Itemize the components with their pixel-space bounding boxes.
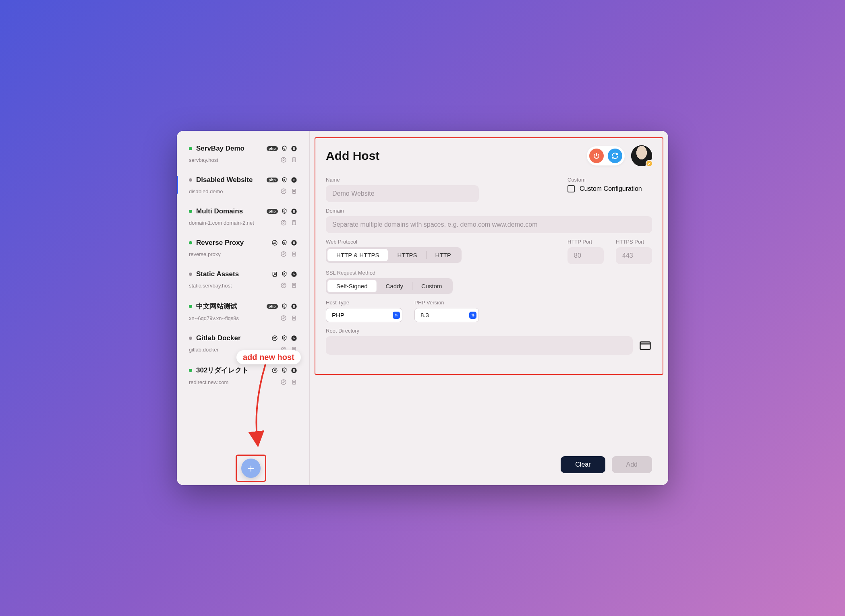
svg-point-11 bbox=[291, 209, 296, 214]
note-icon[interactable] bbox=[291, 282, 297, 289]
sidebar-item[interactable]: Disabled Website php disabled.demo bbox=[177, 174, 309, 205]
site-name: Reverse Proxy bbox=[196, 239, 267, 247]
compass-icon[interactable] bbox=[280, 282, 287, 289]
site-domain: servbay.host bbox=[189, 157, 280, 163]
compass-icon[interactable] bbox=[280, 188, 287, 194]
shield-icon bbox=[281, 177, 288, 183]
pause-icon[interactable] bbox=[291, 303, 297, 310]
status-dot-icon bbox=[189, 210, 192, 213]
site-domain: disabled.demo bbox=[189, 188, 280, 194]
add-host-fab[interactable]: ＋ bbox=[241, 459, 261, 478]
user-avatar[interactable]: ✔ bbox=[631, 145, 652, 166]
compass-icon[interactable] bbox=[280, 157, 287, 163]
clear-button[interactable]: Clear bbox=[561, 456, 605, 473]
compass-icon[interactable] bbox=[280, 346, 287, 353]
svg-rect-10 bbox=[284, 211, 285, 212]
svg-point-1 bbox=[291, 146, 296, 151]
pause-icon[interactable] bbox=[291, 240, 297, 246]
svg-rect-28 bbox=[284, 306, 285, 307]
ssl-option[interactable]: Self-Signed bbox=[327, 280, 377, 292]
page-title: Add Host bbox=[326, 149, 587, 163]
status-dot-icon bbox=[189, 241, 192, 244]
header-action-pill bbox=[587, 146, 625, 165]
note-icon[interactable] bbox=[291, 251, 297, 257]
sidebar-item[interactable]: 302リダイレクト redirect.new.com bbox=[177, 363, 309, 396]
svg-point-29 bbox=[291, 304, 296, 309]
shield-icon bbox=[281, 367, 288, 374]
custom-config-checkbox[interactable] bbox=[567, 185, 575, 192]
host-type-select[interactable]: PHP bbox=[326, 308, 402, 322]
label-name: Name bbox=[326, 177, 551, 183]
shield-icon bbox=[281, 240, 288, 246]
footer: Clear Add bbox=[326, 448, 652, 473]
pause-icon[interactable] bbox=[291, 145, 297, 152]
note-icon[interactable] bbox=[291, 379, 297, 385]
ssl-segmented: Self-SignedCaddyCustom bbox=[326, 278, 453, 294]
sidebar-item[interactable]: Reverse Proxy reverse.proxy bbox=[177, 236, 309, 268]
add-button[interactable]: Add bbox=[612, 456, 652, 473]
svg-rect-0 bbox=[284, 148, 285, 149]
status-dot-icon bbox=[189, 178, 192, 182]
pause-icon[interactable] bbox=[291, 367, 297, 374]
swap-icon bbox=[271, 240, 278, 246]
note-icon[interactable] bbox=[291, 157, 297, 163]
header: Add Host ✔ bbox=[326, 145, 652, 166]
name-input[interactable] bbox=[326, 185, 479, 202]
https-port-input[interactable] bbox=[616, 247, 652, 264]
shield-icon bbox=[281, 145, 288, 152]
play-icon[interactable] bbox=[291, 177, 297, 183]
form-row-name-custom: Name Custom Custom Configuration bbox=[326, 174, 652, 202]
svg-rect-3 bbox=[294, 147, 295, 150]
play-icon[interactable] bbox=[291, 335, 297, 341]
refresh-button[interactable] bbox=[608, 149, 622, 163]
svg-rect-18 bbox=[293, 242, 294, 244]
shield-icon bbox=[281, 303, 288, 310]
site-name: Gitlab Docker bbox=[196, 334, 267, 342]
compass-icon[interactable] bbox=[280, 379, 287, 385]
site-domain: xn--6qq79v.xn--fiqs8s bbox=[189, 315, 280, 321]
ssl-option[interactable]: Caddy bbox=[377, 280, 412, 292]
sidebar-item[interactable]: 中文网站测试 php xn--6qq79v.xn--fiqs8s bbox=[177, 299, 309, 332]
protocol-option[interactable]: HTTP bbox=[427, 249, 460, 261]
root-directory-input[interactable] bbox=[326, 336, 633, 355]
pause-icon[interactable] bbox=[291, 208, 297, 215]
power-icon bbox=[593, 152, 600, 159]
note-icon[interactable] bbox=[291, 188, 297, 194]
svg-rect-31 bbox=[294, 305, 295, 308]
status-dot-icon bbox=[189, 337, 192, 340]
compass-icon[interactable] bbox=[280, 219, 287, 226]
label-http-port: HTTP Port bbox=[567, 239, 604, 245]
http-port-input[interactable] bbox=[567, 247, 604, 264]
power-button[interactable] bbox=[589, 149, 604, 163]
chevron-updown-icon: ⇅ bbox=[469, 312, 476, 319]
domain-input[interactable] bbox=[326, 216, 652, 233]
header-actions: ✔ bbox=[587, 145, 652, 166]
note-icon[interactable] bbox=[291, 219, 297, 226]
protocol-option[interactable]: HTTPS bbox=[388, 249, 426, 261]
sidebar-item[interactable]: Multi Domains php domain-1.com domain-2.… bbox=[177, 205, 309, 236]
note-icon[interactable] bbox=[291, 346, 297, 353]
site-name: ServBay Demo bbox=[196, 145, 263, 153]
sidebar-item[interactable]: Static Assets static.servbay.host bbox=[177, 268, 309, 299]
svg-point-17 bbox=[291, 240, 296, 245]
svg-point-8 bbox=[281, 189, 286, 194]
note-icon[interactable] bbox=[291, 315, 297, 321]
browse-folder-button[interactable] bbox=[638, 339, 652, 351]
compass-icon[interactable] bbox=[280, 315, 287, 321]
compass-icon[interactable] bbox=[280, 251, 287, 257]
site-name: 中文网站测试 bbox=[196, 302, 263, 311]
php-badge-icon: php bbox=[267, 304, 278, 309]
sidebar-item[interactable]: Gitlab Docker gitlab.docker bbox=[177, 332, 309, 363]
svg-point-23 bbox=[274, 273, 275, 274]
label-php-version: PHP Version bbox=[414, 300, 479, 306]
protocol-segmented: HTTP & HTTPSHTTPSHTTP bbox=[326, 247, 462, 263]
protocol-option[interactable]: HTTP & HTTPS bbox=[327, 249, 388, 261]
sidebar-item[interactable]: ServBay Demo php servbay.host bbox=[177, 142, 309, 174]
shield-icon bbox=[281, 208, 288, 215]
svg-rect-24 bbox=[284, 274, 285, 275]
status-dot-icon bbox=[189, 369, 192, 372]
svg-point-4 bbox=[281, 157, 286, 162]
svg-rect-35 bbox=[284, 338, 285, 339]
play-icon[interactable] bbox=[291, 271, 297, 277]
ssl-option[interactable]: Custom bbox=[412, 280, 451, 292]
